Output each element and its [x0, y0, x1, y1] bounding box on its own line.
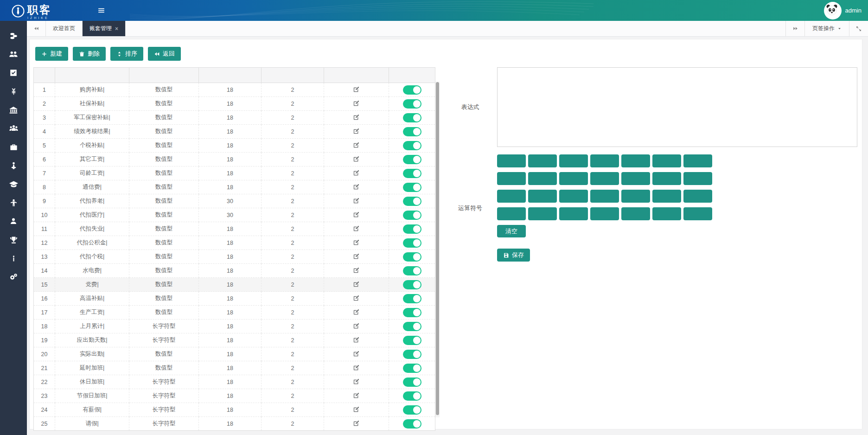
- key-%[interactable]: [683, 190, 712, 203]
- key-.[interactable]: [528, 207, 557, 220]
- key->=[interactable]: [652, 172, 681, 185]
- share-toggle[interactable]: [403, 155, 421, 164]
- sidebar-item-graduation[interactable]: [0, 175, 27, 193]
- key-1[interactable]: [497, 154, 526, 167]
- edit-icon[interactable]: [353, 406, 360, 413]
- share-toggle[interactable]: [403, 127, 421, 136]
- edit-icon[interactable]: [353, 364, 360, 371]
- share-toggle[interactable]: [403, 224, 421, 234]
- table-row[interactable]: 17 生产工资| 数值型 18 2: [34, 306, 435, 320]
- fullscreen-toggle-button[interactable]: [849, 21, 868, 36]
- table-row[interactable]: 25 请假| 长字符型 18 2: [34, 417, 435, 431]
- edit-icon[interactable]: [353, 100, 360, 107]
- key--[interactable]: [621, 154, 650, 167]
- edit-icon[interactable]: [353, 239, 360, 246]
- tab-账套管理[interactable]: 账套管理 ×: [83, 21, 126, 36]
- sidebar-item-coins[interactable]: [0, 26, 27, 45]
- clear-button[interactable]: 清空: [497, 225, 526, 237]
- table-row[interactable]: 20 实际出勤| 数值型 18 2: [34, 347, 435, 361]
- edit-icon[interactable]: [353, 86, 360, 93]
- edit-icon[interactable]: [353, 211, 360, 218]
- share-toggle[interactable]: [403, 113, 421, 122]
- key-==[interactable]: [652, 190, 681, 203]
- sidebar-toggle-button[interactable]: [92, 0, 110, 21]
- sidebar-item-check[interactable]: [0, 64, 27, 82]
- table-row[interactable]: 16 高温补贴| 数值型 18 2: [34, 292, 435, 306]
- expression-input[interactable]: [497, 67, 857, 147]
- edit-icon[interactable]: [353, 336, 360, 343]
- sidebar-item-users[interactable]: [0, 45, 27, 64]
- toolbar-button-new[interactable]: 新建: [35, 47, 68, 61]
- key-/[interactable]: [683, 154, 712, 167]
- share-toggle[interactable]: [403, 364, 421, 373]
- sidebar-item-child[interactable]: [0, 193, 27, 212]
- table-row[interactable]: 19 应出勤天数| 长字符型 18 2: [34, 333, 435, 347]
- edit-icon[interactable]: [353, 294, 360, 301]
- table-row[interactable]: 5 个税补贴| 数值型 18 2: [34, 139, 435, 153]
- key-9[interactable]: [559, 190, 588, 203]
- table-row[interactable]: 22 休日加班| 长字符型 18 2: [34, 375, 435, 389]
- user-menu[interactable]: admin: [824, 0, 862, 21]
- sidebar-item-team[interactable]: [0, 119, 27, 138]
- edit-icon[interactable]: [353, 267, 360, 274]
- share-toggle[interactable]: [403, 294, 421, 303]
- key-if[interactable]: [590, 207, 619, 220]
- table-row[interactable]: 18 上月累计| 长字符型 18 2: [34, 320, 435, 333]
- table-row[interactable]: 14 水电费| 数值型 18 2: [34, 264, 435, 278]
- edit-icon[interactable]: [353, 308, 360, 315]
- share-toggle[interactable]: [403, 391, 421, 401]
- share-toggle[interactable]: [403, 169, 421, 178]
- edit-icon[interactable]: [353, 253, 360, 260]
- table-row[interactable]: 4 绩效考核结果| 数值型 18 2: [34, 125, 435, 139]
- edit-icon[interactable]: [353, 155, 360, 162]
- table-row[interactable]: 1 购房补贴| 数值型 18 2: [34, 83, 435, 97]
- edit-icon[interactable]: [353, 169, 360, 176]
- share-toggle[interactable]: [403, 252, 421, 262]
- edit-icon[interactable]: [353, 322, 360, 329]
- share-toggle[interactable]: [403, 211, 421, 220]
- save-button[interactable]: 保存: [497, 249, 530, 262]
- key-6[interactable]: [559, 172, 588, 185]
- share-toggle[interactable]: [403, 336, 421, 345]
- key-←[interactable]: [559, 207, 588, 220]
- key-<=[interactable]: [683, 172, 712, 185]
- app-logo[interactable]: 职客 IZHIKE: [11, 1, 51, 19]
- share-toggle[interactable]: [403, 308, 421, 317]
- share-toggle[interactable]: [403, 350, 421, 359]
- table-row[interactable]: 11 代扣失业| 数值型 18 2: [34, 222, 435, 236]
- tabs-scroll-left-button[interactable]: [27, 21, 46, 36]
- edit-icon[interactable]: [353, 183, 360, 190]
- table-row[interactable]: 12 代扣公积金| 数值型 18 2: [34, 236, 435, 250]
- edit-icon[interactable]: [353, 114, 360, 121]
- tab-operations-dropdown[interactable]: 页签操作: [804, 21, 849, 36]
- table-row[interactable]: 2 社保补贴| 数值型 18 2: [34, 97, 435, 111]
- edit-icon[interactable]: [353, 350, 360, 357]
- table-row[interactable]: 21 延时加班| 数值型 18 2: [34, 361, 435, 375]
- table-row[interactable]: 6 其它工资| 数值型 18 2: [34, 153, 435, 166]
- sidebar-item-yuan[interactable]: [0, 82, 27, 101]
- table-row[interactable]: 23 节假日加班| 长字符型 18 2: [34, 389, 435, 403]
- key-+[interactable]: [590, 154, 619, 167]
- key-7[interactable]: [497, 190, 526, 203]
- key-([interactable]: [590, 190, 619, 203]
- table-row[interactable]: 7 司龄工资| 数值型 18 2: [34, 166, 435, 180]
- sidebar-item-info[interactable]: [0, 249, 27, 268]
- sidebar-item-podium[interactable]: [0, 156, 27, 175]
- tabs-scroll-right-button[interactable]: [785, 21, 804, 36]
- key-2[interactable]: [528, 154, 557, 167]
- edit-icon[interactable]: [353, 420, 360, 427]
- edit-icon[interactable]: [353, 392, 360, 399]
- table-row[interactable]: 24 有薪假| 长字符型 18 2: [34, 403, 435, 417]
- sidebar-item-gears[interactable]: [0, 268, 27, 286]
- key-8[interactable]: [528, 190, 557, 203]
- toolbar-button-delete[interactable]: 删除: [73, 47, 106, 61]
- share-toggle[interactable]: [403, 141, 421, 150]
- edit-icon[interactable]: [353, 128, 360, 134]
- sidebar-item-trophy[interactable]: [0, 230, 27, 249]
- share-toggle[interactable]: [403, 405, 421, 415]
- share-toggle[interactable]: [403, 183, 421, 192]
- tab-close-icon[interactable]: ×: [115, 26, 118, 32]
- share-toggle[interactable]: [403, 266, 421, 275]
- share-toggle[interactable]: [403, 377, 421, 387]
- key-<[interactable]: [621, 172, 650, 185]
